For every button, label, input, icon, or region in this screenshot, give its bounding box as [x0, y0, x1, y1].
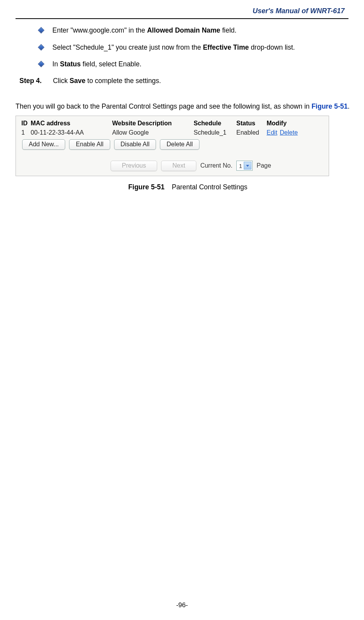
- figure-title: Parental Control Settings: [172, 183, 248, 191]
- diamond-icon: [38, 61, 45, 68]
- step-bold: Save: [69, 77, 85, 85]
- instruction-bullets: Enter "www.google.com" in the Allowed Do…: [19, 26, 356, 69]
- delete-all-button[interactable]: Delete All: [160, 139, 199, 150]
- cell-sched: Schedule_1: [194, 129, 236, 136]
- col-mac-header: MAC address: [31, 120, 112, 127]
- disable-all-button[interactable]: Disable All: [114, 139, 156, 150]
- bullet-item: Enter "www.google.com" in the Allowed Do…: [19, 26, 356, 35]
- bullet-item: In Status field, select Enable.: [19, 60, 356, 69]
- col-sched-header: Schedule: [194, 120, 236, 127]
- diamond-icon: [38, 27, 45, 34]
- enable-all-button[interactable]: Enable All: [69, 139, 110, 150]
- parental-control-table: ID MAC address Website Description Sched…: [21, 120, 325, 171]
- table-header-row: ID MAC address Website Description Sched…: [21, 120, 325, 127]
- bullet-text-pre: In: [52, 60, 60, 68]
- page-footer: -96-: [0, 601, 364, 609]
- cell-id: 1: [21, 129, 31, 136]
- cell-mac: 00-11-22-33-44-AA: [31, 129, 112, 136]
- result-paragraph: Then you will go back to the Parental Co…: [16, 100, 356, 113]
- col-status-header: Status: [236, 120, 267, 127]
- table-row: 1 00-11-22-33-44-AA Allow Google Schedul…: [21, 129, 325, 136]
- bullet-item: Select "Schedule_1" you create just now …: [19, 43, 356, 52]
- para-pre: Then you will go back to the Parental Co…: [16, 102, 312, 110]
- para-post: .: [348, 102, 350, 110]
- previous-button[interactable]: Previous: [111, 161, 157, 171]
- current-no-label: Current No.: [200, 162, 232, 169]
- figure-caption: Figure 5-51 Parental Control Settings: [19, 183, 356, 191]
- content-area: Enter "www.google.com" in the Allowed Do…: [0, 19, 364, 191]
- embedded-screenshot: ID MAC address Website Description Sched…: [16, 116, 329, 176]
- bullet-text-bold: Allowed Domain Name: [147, 26, 220, 34]
- cell-status: Enabled: [236, 129, 267, 136]
- manual-title: User's Manual of WNRT-617: [253, 7, 345, 15]
- step-pre: Click: [53, 77, 70, 85]
- bullet-text-post: drop-down list.: [249, 43, 295, 51]
- step-post: to complete the settings.: [85, 77, 161, 85]
- chevron-down-icon: [244, 162, 251, 170]
- cell-desc: Allow Google: [112, 129, 194, 136]
- action-button-row: Add New... Enable All Disable All Delete…: [22, 139, 325, 150]
- bullet-text-pre: Select "Schedule_1" you create just now …: [52, 43, 203, 51]
- add-new-button[interactable]: Add New...: [22, 139, 65, 150]
- page-label: Page: [257, 162, 271, 169]
- step-4-line: Step 4. Click Save to complete the setti…: [19, 77, 356, 85]
- bullet-text-post: field, select Enable.: [81, 60, 142, 68]
- step-label: Step 4.: [19, 77, 42, 85]
- next-button[interactable]: Next: [161, 161, 196, 171]
- page-number: -96-: [176, 601, 188, 609]
- page-number-select[interactable]: 1: [236, 161, 253, 171]
- col-desc-header: Website Description: [112, 120, 194, 127]
- bullet-text-post: field.: [220, 26, 237, 34]
- diamond-icon: [38, 44, 45, 50]
- page-number-value: 1: [239, 163, 242, 169]
- bullet-text-bold: Status: [60, 60, 80, 68]
- bullet-text-bold: Effective Time: [203, 43, 249, 51]
- page-header: User's Manual of WNRT-617: [0, 0, 364, 18]
- delete-link[interactable]: Delete: [280, 129, 298, 136]
- bullet-text-pre: Enter "www.google.com" in the: [52, 26, 147, 34]
- figure-number: Figure 5-51: [128, 183, 165, 191]
- col-id-header: ID: [21, 120, 31, 127]
- edit-link[interactable]: Edit: [267, 129, 277, 136]
- pager-row: Previous Next Current No. 1 Page: [111, 161, 325, 171]
- cell-modify: Edit Delete: [267, 129, 325, 136]
- col-modify-header: Modify: [267, 120, 325, 127]
- figure-reference-link[interactable]: Figure 5-51: [312, 102, 348, 110]
